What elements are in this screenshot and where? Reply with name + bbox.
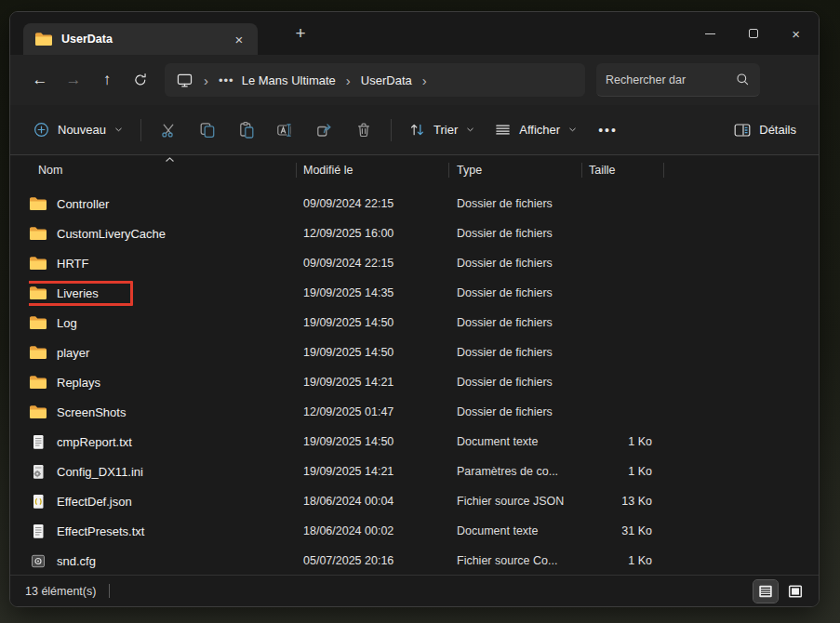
copy-button[interactable] <box>188 113 227 147</box>
address-bar[interactable]: › ••• Le Mans Ultimate › UserData › <box>165 63 585 97</box>
view-toggles <box>753 580 807 603</box>
delete-button[interactable] <box>344 113 383 147</box>
file-row[interactable]: snd.cfg 05/07/2025 20:16 Fichier source … <box>10 546 819 576</box>
file-modified: 19/09/2025 14:50 <box>297 316 449 329</box>
list-view-icon <box>757 583 774 600</box>
window-controls: × <box>705 12 800 55</box>
json-file-icon <box>29 494 47 510</box>
trash-icon <box>354 121 373 139</box>
folder-icon <box>29 196 47 212</box>
file-row[interactable]: cmpReport.txt 19/09/2025 14:50 Document … <box>10 427 819 457</box>
large-icons-view-toggle[interactable] <box>783 580 807 603</box>
file-name: EffectPresets.txt <box>57 524 144 538</box>
column-header-name[interactable]: Nom <box>29 155 297 184</box>
share-button[interactable] <box>305 113 344 147</box>
file-modified: 12/09/2025 01:47 <box>297 405 449 418</box>
search-input[interactable]: Rechercher dar <box>596 63 760 97</box>
new-tab-button[interactable]: + <box>289 23 312 44</box>
file-row[interactable]: HRTF 09/09/2024 22:15 Dossier de fichier… <box>10 248 819 278</box>
column-header-size[interactable]: Taille <box>582 155 664 184</box>
refresh-icon <box>132 72 149 88</box>
large-icons-view-icon <box>787 583 804 600</box>
file-name: player <box>57 346 89 360</box>
file-row[interactable]: ScreenShots 12/09/2025 01:47 Dossier de … <box>10 397 819 427</box>
refresh-button[interactable] <box>124 64 157 96</box>
chevron-down-icon <box>567 125 578 135</box>
file-row[interactable]: EffectPresets.txt 18/06/2024 00:02 Docum… <box>10 516 819 546</box>
view-button[interactable]: Afficher <box>485 113 587 147</box>
file-size: 31 Ko <box>582 524 664 537</box>
sort-button[interactable]: Trier <box>399 113 485 147</box>
toolbar-divider <box>140 119 141 141</box>
file-name: Log <box>57 316 77 330</box>
file-type: Dossier de fichiers <box>449 405 582 418</box>
rename-button[interactable] <box>266 113 305 147</box>
maximize-icon[interactable] <box>749 29 758 38</box>
breadcrumb-item-lemans[interactable]: Le Mans Ultimate <box>242 73 336 87</box>
search-icon <box>735 72 751 87</box>
file-type: Dossier de fichiers <box>449 197 582 210</box>
details-pane-icon <box>733 121 752 139</box>
file-type: Fichier source Co... <box>449 554 582 567</box>
file-row[interactable]: Config_DX11.ini 19/09/2025 14:21 Paramèt… <box>10 457 819 486</box>
close-icon[interactable]: × <box>792 27 800 41</box>
text-file-icon <box>29 434 47 450</box>
file-row[interactable]: player 19/09/2025 14:50 Dossier de fichi… <box>10 338 819 367</box>
this-pc-icon <box>176 72 193 89</box>
sort-arrows-icon <box>408 121 426 139</box>
file-modified: 09/09/2024 22:15 <box>297 257 449 270</box>
forward-button[interactable]: → <box>57 64 90 96</box>
file-row[interactable]: Controller 09/09/2024 22:15 Dossier de f… <box>10 189 819 219</box>
new-button[interactable]: Nouveau <box>23 113 133 147</box>
minimize-icon[interactable] <box>705 33 715 34</box>
list-lines-icon <box>494 121 512 139</box>
file-modified: 19/09/2025 14:21 <box>297 465 449 478</box>
file-type: Document texte <box>449 524 582 537</box>
file-modified: 18/06/2024 00:02 <box>297 524 449 537</box>
cut-button[interactable] <box>149 113 188 147</box>
column-header-type[interactable]: Type <box>449 155 582 184</box>
file-name: Controller <box>57 197 109 211</box>
file-type: Dossier de fichiers <box>449 376 582 389</box>
new-button-label: Nouveau <box>58 123 106 137</box>
file-modified: 19/09/2025 14:21 <box>297 376 449 389</box>
more-options-button[interactable]: ••• <box>587 123 629 138</box>
folder-icon <box>29 315 47 331</box>
folder-icon <box>34 32 53 47</box>
paste-button[interactable] <box>227 113 266 147</box>
tab-close-icon[interactable]: × <box>230 32 248 47</box>
file-name: Config_DX11.ini <box>57 465 143 479</box>
column-header-modified[interactable]: Modifié le <box>297 155 449 184</box>
file-row[interactable]: CustomLiveryCache 12/09/2025 16:00 Dossi… <box>10 219 819 248</box>
share-icon <box>315 121 334 139</box>
tab-userdata[interactable]: UserData × <box>23 23 258 55</box>
file-modified: 19/09/2025 14:50 <box>297 346 449 359</box>
folder-icon <box>29 285 47 301</box>
file-type: Fichier source JSON <box>449 495 582 508</box>
file-row[interactable]: EffectDef.json 18/06/2024 00:04 Fichier … <box>10 486 819 516</box>
file-size: 1 Ko <box>582 465 664 478</box>
file-type: Document texte <box>449 435 582 448</box>
details-pane-button[interactable]: Détails <box>724 113 806 147</box>
back-button[interactable]: ← <box>23 64 57 96</box>
command-toolbar: Nouveau Trier Afficher <box>10 105 819 155</box>
up-button[interactable]: ↑ <box>90 64 124 96</box>
file-name: CustomLiveryCache <box>57 227 166 241</box>
file-name: EffectDef.json <box>57 495 132 509</box>
breadcrumb-overflow-button[interactable]: ••• <box>219 73 234 87</box>
tab-label: UserData <box>61 33 113 46</box>
file-row[interactable]: Replays 19/09/2025 14:21 Dossier de fich… <box>10 367 819 397</box>
file-row[interactable]: Log 19/09/2025 14:50 Dossier de fichiers <box>10 308 819 338</box>
file-row-liveries[interactable]: Liveries 19/09/2025 14:35 Dossier de fic… <box>10 278 819 308</box>
file-type: Dossier de fichiers <box>449 257 582 270</box>
item-count: 13 élément(s) <box>25 585 96 598</box>
folder-icon <box>29 256 47 272</box>
details-view-toggle[interactable] <box>753 580 778 603</box>
scissors-icon <box>159 121 178 139</box>
file-type: Dossier de fichiers <box>449 227 582 240</box>
ini-file-icon <box>29 464 47 480</box>
chevron-down-icon <box>465 125 475 135</box>
breadcrumb-item-userdata[interactable]: UserData <box>361 73 412 87</box>
file-type: Dossier de fichiers <box>449 346 582 359</box>
file-modified: 12/09/2025 16:00 <box>297 227 449 240</box>
